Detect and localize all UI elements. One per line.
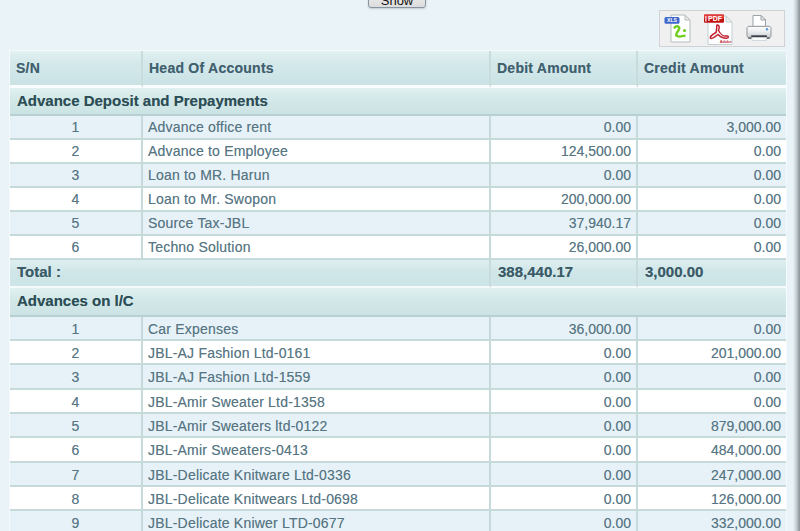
svg-text:Adobe: Adobe [720,40,732,44]
svg-text:XLS: XLS [667,17,678,23]
svg-text:PDF: PDF [708,15,723,22]
